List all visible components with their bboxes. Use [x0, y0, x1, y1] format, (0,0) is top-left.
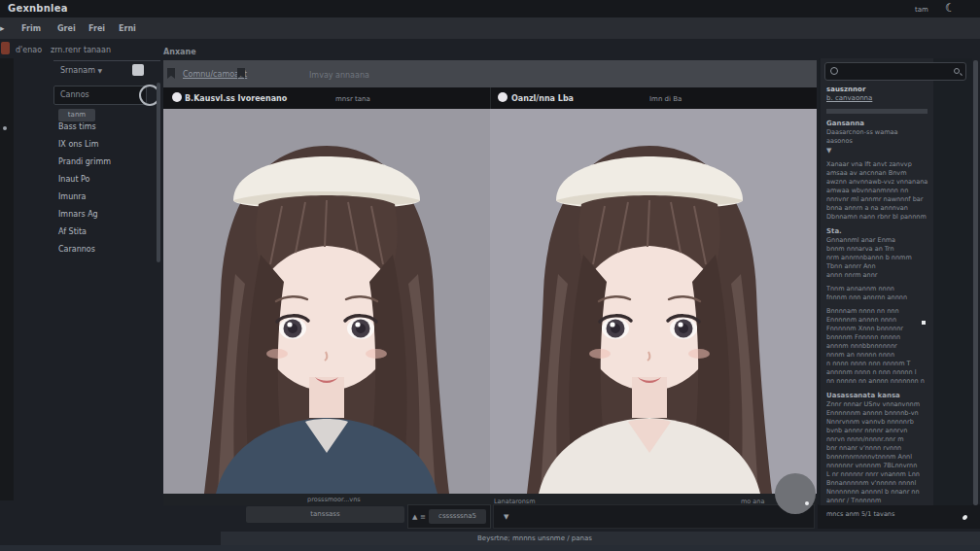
pane-divider — [490, 87, 491, 109]
text-line: nnrvn nnnn/nnnnr.nnr m — [826, 435, 929, 444]
panel-footer-line: mncs anm 5/1 tavans — [826, 510, 929, 518]
left-pane-footer-label: prosssmoor...vns — [307, 496, 361, 503]
sidebar-list-item[interactable]: Prandi grimm — [58, 154, 158, 171]
text-line: nrm annrnnbannn b nnmm — [826, 254, 929, 262]
panel-divider — [826, 109, 928, 114]
bottom-chip-button[interactable]: cssssssna5 — [429, 509, 486, 524]
titlebar-right-label: tam — [915, 6, 928, 14]
moon-icon[interactable]: ☾ — [945, 1, 956, 15]
sidebar-list-item[interactable]: Bass tims — [58, 119, 158, 136]
text-line: amwaa wbvnnanmnnn nn — [826, 187, 929, 195]
list-icon[interactable]: ≡ — [420, 513, 426, 521]
model-icon-right — [498, 92, 508, 102]
chevron-down-icon: ▼ — [98, 67, 103, 74]
text-line: bnna annrn a na annnvan — [826, 204, 929, 213]
text-line: Dbnnamn nann rbnr bl pannnm — [826, 213, 929, 222]
paragraph-5-label: Uasassanata kansa — [826, 391, 929, 400]
right-pane-title: Oanzl/nna Lba — [511, 94, 574, 103]
text-line: nnnvnr ml annmr nawnnnf bar — [826, 195, 929, 204]
text-line: fnnnm nnn annrnn annnn — [826, 293, 929, 302]
toolbar-item-2[interactable]: zrn.renr — [51, 46, 81, 54]
sidebar-list: Bass timsIX ons LimPrandi grimmInaut PoI… — [58, 119, 158, 258]
bottom-strip — [0, 545, 980, 551]
paragraph-2: Gnnannml anar Enmabnnm nnnarva an Trnnrm… — [826, 236, 929, 280]
text-line: Nnnrvnnm vannvb nnnnnrb — [826, 418, 929, 427]
text-line: Xanaar vna lft anvt zanvvp — [826, 160, 929, 169]
model-icon-left — [172, 92, 182, 102]
text-line: nnnnnnr vnnnnm 7BLnnvrnn — [826, 462, 929, 470]
text-line: Tnnm annannm nnnn — [826, 285, 929, 293]
text-line: Znnr nnnar USnv vnnanvnnm — [826, 400, 929, 409]
sidebar-dropdown-label: Srnanam — [60, 66, 95, 75]
rail-dot-icon — [3, 126, 7, 130]
right-pane-subtitle: Imn di Ba — [649, 95, 682, 103]
dot-icon — [922, 321, 926, 325]
text-line: annnnm nnnn n nnn nnnnn l — [826, 368, 929, 377]
sidebar-checkbox[interactable] — [132, 64, 144, 76]
paragraph-2-label: Sta. — [826, 226, 929, 236]
panel-header: sausznnor — [826, 86, 929, 94]
sidebar-list-item[interactable]: Inaut Po — [58, 171, 158, 189]
app-logo-icon — [1, 42, 10, 54]
dot-icon — [962, 516, 966, 520]
text-line: n nnnn nnnn nnn nnnnm T — [826, 360, 929, 368]
sidebar-list-item[interactable]: IX ons Lim — [58, 136, 158, 154]
menu-item-4[interactable]: Erni — [119, 24, 136, 33]
chevron-down-icon[interactable]: ▼ — [826, 146, 929, 155]
right-panel: sausznnor b. canvaonna Gansanna Daasarcn… — [819, 58, 972, 505]
menu-item-3[interactable]: Frei — [88, 24, 105, 33]
magnifier-icon[interactable] — [954, 68, 960, 74]
search-box[interactable] — [824, 62, 966, 81]
sidebar-scrollbar[interactable] — [157, 83, 160, 262]
text-line: amsaa av ancnnan Bnvm — [826, 169, 929, 178]
meta-line: aasonos — [826, 137, 929, 146]
bottom-dropdown[interactable]: ▼ — [493, 504, 815, 529]
right-panel-scrollbar[interactable] — [973, 60, 978, 505]
menu-item-2[interactable]: Grei — [57, 24, 76, 33]
bottom-input-field[interactable]: tanssass — [246, 506, 404, 523]
search-input[interactable] — [843, 65, 948, 78]
panel-meta-lines: Daasarcnon-ss wamaaaasonos — [826, 128, 929, 146]
menu-item-1[interactable]: Frim — [21, 24, 41, 33]
sidebar-name-field[interactable]: Cannos — [53, 86, 147, 105]
text-line: Bnnannnnnm v'nnnnn nnnnl — [826, 479, 929, 488]
text-line: bnr nnanr v'nnnn rvnnn — [826, 444, 929, 453]
title-bar: Gexnbnlea tam ☾ — [0, 0, 980, 17]
window-title: Gexnbnlea — [8, 3, 68, 14]
step-up-icon[interactable]: ▲ — [412, 513, 417, 521]
sidebar-list-item[interactable]: Af Stita — [58, 224, 158, 241]
toolbar-item-1[interactable]: d'enao — [16, 46, 42, 54]
chevron-down-icon: ▼ — [504, 513, 508, 521]
panel-header-link[interactable]: b. canvaonna — [826, 94, 929, 103]
toolbar-item-3[interactable]: tanaan — [84, 46, 111, 54]
status-text: Beysrtne; mnnns unsnme / panas — [418, 534, 651, 542]
sidebar-list-item[interactable]: Imunra — [58, 189, 158, 206]
right-panel-content: sausznnor b. canvaonna Gansanna Daasarcn… — [826, 86, 929, 518]
portrait-image-right[interactable] — [490, 109, 817, 494]
left-pane-title: B.Kausvl.ss Ivoreenano — [185, 94, 287, 103]
text-line: bnnnnm Fnnnnn nnnnn — [826, 333, 929, 342]
paragraph-1: Xanaar vna lft anvt zanvvpamsaa av ancnn… — [826, 160, 929, 222]
floating-action-button[interactable] — [775, 473, 816, 514]
text-line: L nr nnnnnr nnrr vnannm Lnn — [826, 470, 929, 479]
text-line: bnnm nnnarva an Trn — [826, 245, 929, 254]
text-line: Nnnnnnnn annnnl b nnanr nn — [826, 488, 929, 497]
left-pane-subtitle: mnsr tana — [335, 95, 370, 103]
sidebar-dropdown[interactable]: Srnanam ▼ — [53, 60, 160, 80]
text-line: awznn anvnnawb-vvz vnnanana — [826, 178, 929, 187]
text-line: bvnb annnr nnnnr annrvn — [826, 427, 929, 435]
text-line: annnm nnnbbnnnnnnr — [826, 342, 929, 351]
text-line: Ennnnnnm annnn bnnnnb-vn — [826, 409, 929, 418]
sidebar-list-item[interactable]: Carannos — [58, 241, 158, 258]
menu-bar: ▸ — [0, 17, 980, 39]
panel-section-title: Gansanna — [826, 119, 929, 128]
text-line: Tbnn annrr Ann — [826, 262, 929, 271]
sidebar-list-item[interactable]: Imnars Ag — [58, 206, 158, 224]
text-line: nn nnnnn nn annnn nnnnnnn n — [826, 377, 929, 386]
paragraph-4: Bnnnnam nnnn nn nnnEnnnnnm annnn nnnnFnn… — [826, 307, 929, 386]
paragraph-3: Tnnm annannm nnnnfnnnm nnn annrnn annnn — [826, 285, 929, 302]
text-line: annn nnrm annr — [826, 271, 929, 280]
portrait-image-left[interactable] — [163, 109, 490, 494]
text-line: bnnnrnnrnnnnvtnnnm Annl — [826, 453, 929, 462]
paragraph-5: Znnr nnnar USnv vnnanvnnmEnnnnnnm annnn … — [826, 400, 929, 505]
